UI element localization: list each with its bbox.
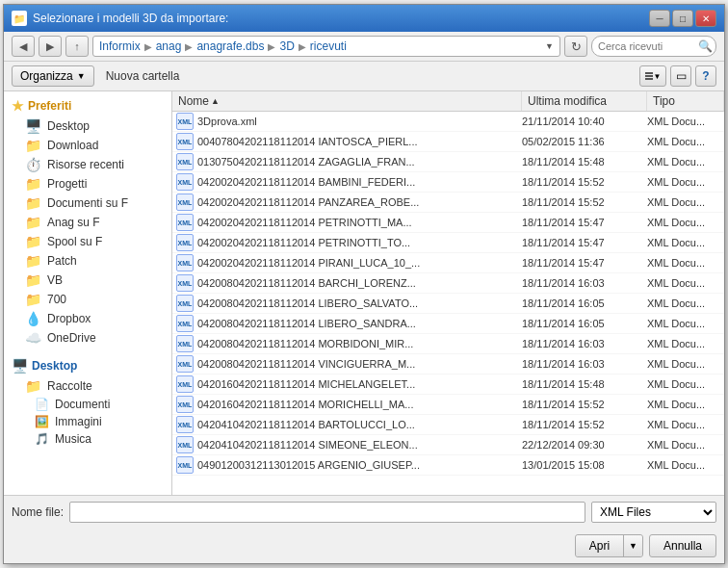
xml-file-icon: XML <box>176 355 194 373</box>
sidebar-item-documenti[interactable]: 📄 Documenti <box>4 396 171 413</box>
file-type-select[interactable]: XML Files All Files <box>591 502 716 523</box>
file-name: 04200804202118112014 BARCHI_LORENZ... <box>197 277 522 289</box>
title-bar-left: 📁 Selezionare i modelli 3D da importare: <box>12 11 228 26</box>
table-row[interactable]: XML 00407804202118112014 IANTOSCA_PIERL.… <box>172 132 724 152</box>
file-date: 18/11/2014 16:03 <box>522 277 647 289</box>
xml-file-icon: XML <box>176 133 194 150</box>
search-bar[interactable]: 🔍 <box>591 36 716 57</box>
path-informix[interactable]: Informix <box>99 39 141 53</box>
file-name: 04200804202118112014 VINCIGUERRA_M... <box>197 358 522 370</box>
organizza-button[interactable]: Organizza ▼ <box>12 65 94 87</box>
table-row[interactable]: XML 04200204202118112014 BAMBINI_FEDERI.… <box>172 172 724 193</box>
folder-icon: 📁 <box>12 11 27 26</box>
col-tipo-header[interactable]: Tipo <box>647 91 724 111</box>
table-row[interactable]: XML 04200204202118112014 PETRINOTTI_TO..… <box>172 233 724 253</box>
col-nome-header[interactable]: Nome ▲ <box>172 91 522 111</box>
sidebar-item-label: Anag su F <box>47 216 100 229</box>
file-date: 18/11/2014 16:05 <box>522 297 647 309</box>
table-row[interactable]: XML 01307504202118112014 ZAGAGLIA_FRAN..… <box>172 152 724 172</box>
sidebar-item-progetti[interactable]: 📁 Progetti <box>4 174 171 194</box>
sidebar-item-dropbox[interactable]: 💧 Dropbox <box>4 309 171 328</box>
sidebar-item-recenti[interactable]: ⏱️ Risorse recenti <box>4 155 171 174</box>
sidebar-item-download[interactable]: 📁 Download <box>4 136 171 155</box>
preferiti-header[interactable]: ★ Preferiti <box>4 95 171 116</box>
panel-toggle-button[interactable]: ▭ <box>670 65 691 87</box>
forward-button[interactable]: ▶ <box>39 36 62 57</box>
path-3d[interactable]: 3D <box>279 39 294 53</box>
table-row[interactable]: XML 04201604202118112014 MORICHELLI_MA..… <box>172 395 724 415</box>
file-date: 13/01/2015 15:08 <box>522 459 647 471</box>
file-name: 04200204202118112014 PIRANI_LUCA_10_... <box>197 257 522 269</box>
table-row[interactable]: XML 04201604202118112014 MICHELANGELET..… <box>172 374 724 395</box>
file-name: 04200204202118112014 BAMBINI_FEDERI... <box>197 176 522 188</box>
back-button[interactable]: ◀ <box>12 36 35 57</box>
file-date: 05/02/2015 11:36 <box>522 136 647 147</box>
table-row[interactable]: XML 04204104202118112014 SIMEONE_ELEON..… <box>172 435 724 455</box>
700-icon: 📁 <box>25 292 41 307</box>
sidebar-item-vb[interactable]: 📁 VB <box>4 271 171 290</box>
view-mode-button[interactable]: ▼ <box>639 65 666 87</box>
sidebar-item-onedrive[interactable]: ☁️ OneDrive <box>4 328 171 348</box>
sidebar: ★ Preferiti 🖥️ Desktop 📁 Download ⏱️ Ris… <box>4 91 172 495</box>
annulla-button[interactable]: Annulla <box>649 534 716 557</box>
sidebar-item-patch[interactable]: 📁 Patch <box>4 251 171 271</box>
desktop-section[interactable]: 🖥️ Desktop <box>4 355 171 376</box>
view-dropdown-arrow: ▼ <box>654 72 662 81</box>
apri-button[interactable]: Apri ▼ <box>575 534 643 557</box>
help-button[interactable]: ? <box>695 65 716 87</box>
dialog: 📁 Selezionare i modelli 3D da importare:… <box>3 4 725 564</box>
sidebar-item-spool-f[interactable]: 📁 Spool su F <box>4 232 171 251</box>
title-bar: 📁 Selezionare i modelli 3D da importare:… <box>4 5 724 32</box>
documenti-f-icon: 📁 <box>25 195 41 211</box>
xml-file-icon: XML <box>176 335 194 352</box>
search-input[interactable] <box>598 40 694 52</box>
table-row[interactable]: XML 04200804202118112014 LIBERO_SANDRA..… <box>172 314 724 334</box>
sidebar-item-label: Raccolte <box>47 379 92 393</box>
minimize-button[interactable]: ─ <box>649 10 670 27</box>
sidebar-item-label: Musica <box>55 432 91 446</box>
anag-f-icon: 📁 <box>25 215 41 230</box>
path-anag[interactable]: anag <box>156 39 182 53</box>
file-name: 04204104202118112014 BARTOLUCCI_LO... <box>197 419 522 430</box>
table-row[interactable]: XML 04200204202118112014 PANZAREA_ROBE..… <box>172 193 724 213</box>
path-anagrafe[interactable]: anagrafe.dbs <box>196 39 264 53</box>
sidebar-item-immagini[interactable]: 🖼️ Immagini <box>4 413 171 430</box>
file-date: 18/11/2014 16:03 <box>522 358 647 370</box>
sidebar-item-desktop[interactable]: 🖥️ Desktop <box>4 116 171 136</box>
table-row[interactable]: XML 04200804202118112014 LIBERO_SALVATO.… <box>172 294 724 314</box>
table-row[interactable]: XML 04200804202118112014 VINCIGUERRA_M..… <box>172 354 724 374</box>
path-dropdown-arrow[interactable]: ▼ <box>545 41 554 51</box>
file-date: 22/12/2014 09:30 <box>522 439 647 451</box>
file-type: XML Docu... <box>647 217 724 228</box>
dropbox-icon: 💧 <box>25 311 41 326</box>
xml-file-icon: XML <box>176 173 194 191</box>
nuova-cartella-button[interactable]: Nuova cartella <box>102 65 184 87</box>
col-modifica-header[interactable]: Ultima modifica <box>522 91 647 111</box>
sidebar-item-musica[interactable]: 🎵 Musica <box>4 430 171 448</box>
close-button[interactable]: ✕ <box>695 10 716 27</box>
table-row[interactable]: XML 04200804202118112014 MORBIDONI_MIR..… <box>172 334 724 354</box>
refresh-button[interactable]: ↻ <box>564 36 587 57</box>
table-row[interactable]: XML 04200804202118112014 BARCHI_LORENZ..… <box>172 273 724 294</box>
file-name: 00407804202118112014 IANTOSCA_PIERL... <box>197 136 522 147</box>
table-row[interactable]: XML 3Dprova.xml 21/11/2014 10:40 XML Doc… <box>172 112 724 132</box>
xml-file-icon: XML <box>176 456 194 474</box>
file-date: 18/11/2014 15:52 <box>522 176 647 188</box>
sidebar-item-700[interactable]: 📁 700 <box>4 290 171 309</box>
nome-file-input[interactable] <box>69 502 585 523</box>
apri-dropdown-arrow[interactable]: ▼ <box>624 535 642 556</box>
table-row[interactable]: XML 04200204202118112014 PIRANI_LUCA_10_… <box>172 253 724 273</box>
maximize-button[interactable]: □ <box>672 10 693 27</box>
table-row[interactable]: XML 04901200312113012015 ARGENIO_GIUSEP.… <box>172 455 724 476</box>
file-type: XML Docu... <box>647 176 724 188</box>
nome-file-label: Nome file: <box>12 505 64 519</box>
up-button[interactable]: ↑ <box>65 36 89 57</box>
table-row[interactable]: XML 04200204202118112014 PETRINOTTI_MA..… <box>172 213 724 233</box>
path-ricevuti[interactable]: ricevuti <box>310 39 347 53</box>
sidebar-item-documenti-f[interactable]: 📁 Documenti su F <box>4 194 171 213</box>
apri-main[interactable]: Apri <box>576 535 624 556</box>
sidebar-item-label: OneDrive <box>47 331 96 345</box>
sidebar-item-raccolte[interactable]: 📁 Raccolte <box>4 376 171 396</box>
table-row[interactable]: XML 04204104202118112014 BARTOLUCCI_LO..… <box>172 415 724 435</box>
sidebar-item-anag-f[interactable]: 📁 Anag su F <box>4 213 171 232</box>
